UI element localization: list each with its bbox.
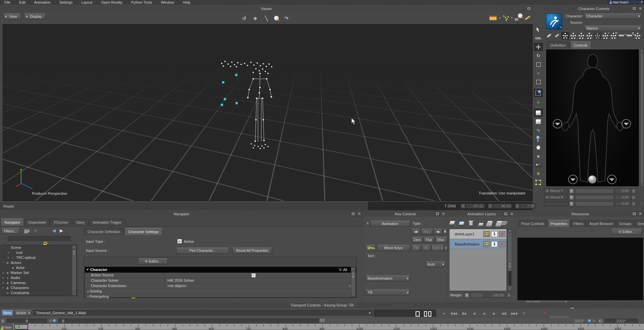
add-layer-icon[interactable]: + [449, 220, 456, 226]
spline-icon[interactable]: ∿ [534, 126, 543, 134]
property-value[interactable] [165, 289, 356, 294]
light-create-icon[interactable]: ☀ [534, 170, 543, 178]
source-select[interactable]: Stance [584, 25, 641, 31]
single-pane-icon[interactable] [416, 311, 420, 317]
ik-blend-slider[interactable] [575, 188, 614, 194]
menu-item[interactable]: Animation [30, 0, 55, 4]
tree-item[interactable]: + Audio [1, 275, 77, 280]
skeleton-character[interactable] [214, 54, 291, 158]
null-axis-icon[interactable]: ∗ [534, 152, 543, 160]
prev-key-button[interactable]: ▮◀ [459, 310, 469, 317]
tab[interactable]: Asset Browser [587, 220, 616, 227]
property-value[interactable]: <no object> [165, 283, 356, 288]
sync-all-button[interactable]: Sync. All [432, 245, 444, 251]
tree-expander[interactable]: + [1, 275, 5, 280]
display-menu-button[interactable]: Display [24, 13, 46, 19]
ik-blend-slider[interactable] [575, 201, 614, 206]
close-icon[interactable]: × [509, 212, 514, 216]
zoom-slider-icon[interactable] [588, 319, 591, 322]
animation-mode-button[interactable]: Animation [370, 221, 410, 227]
character-tool-icon[interactable] [561, 32, 569, 39]
property-group-header[interactable]: ▼ Character V: All [85, 267, 356, 273]
menu-item[interactable]: File [0, 0, 15, 4]
trajectory-icon[interactable] [502, 15, 509, 21]
record-button[interactable]: ● [439, 310, 449, 317]
tree-expander[interactable]: + [1, 285, 5, 290]
tree-item[interactable]: + root [1, 250, 77, 255]
step-right-icon[interactable]: ▷ [593, 319, 595, 322]
playhead-box[interactable]: 0 [14, 324, 28, 330]
filters-button[interactable]: Filters... [1, 228, 19, 234]
character-tool-icon[interactable] [570, 32, 577, 39]
story-button[interactable]: Story [1, 310, 13, 316]
menu-item[interactable]: Help [178, 0, 195, 4]
character-tool-icon[interactable] [634, 32, 641, 39]
ik-blend-value[interactable]: 0.00 [615, 188, 630, 194]
layer-mute-icon[interactable] [499, 231, 505, 237]
tree-expander[interactable]: + [6, 255, 10, 260]
select-cursor-icon[interactable] [534, 25, 543, 34]
stack-icon[interactable] [487, 220, 494, 226]
resources-editor-button[interactable]: ⚙ Editor... [611, 229, 642, 235]
zoom-slider-icon[interactable] [53, 319, 56, 322]
dock-icon[interactable] [632, 212, 637, 216]
tab[interactable]: Groups [616, 220, 634, 227]
selection-rect-icon[interactable] [534, 178, 543, 186]
property-value[interactable]: HIK 2016 Solver [165, 278, 356, 283]
zero-button[interactable]: Zero [412, 237, 423, 243]
end-frame-field[interactable]: 2002* [604, 319, 638, 323]
keying-group-select[interactable]: TR [366, 289, 410, 295]
ik-blend-value[interactable]: 0.00 [615, 201, 630, 206]
tree-expander[interactable]: + [6, 250, 10, 255]
character-body-view[interactable] [546, 49, 639, 187]
close-icon[interactable]: × [357, 212, 362, 216]
tree-expander[interactable]: + [1, 280, 5, 285]
tree-item[interactable]: − Scene [1, 245, 77, 250]
property-editor-button[interactable]: ⚙ Editor... [138, 258, 168, 264]
layer-row[interactable]: AnimLayer1 1 [449, 229, 506, 239]
scroll-down-icon[interactable]: ▼ [640, 201, 644, 206]
z-value[interactable]: 7.19 [520, 204, 536, 209]
menu-item[interactable]: Open Reality [97, 0, 127, 4]
weight-animate-button[interactable]: A [506, 293, 511, 298]
dock-icon[interactable] [503, 212, 508, 216]
dual-pane-icon[interactable] [424, 311, 427, 317]
property-value[interactable] [165, 273, 356, 278]
solid-cube-icon[interactable] [534, 109, 543, 117]
ik-blend-value[interactable]: 0.00 [615, 195, 630, 200]
tree-expander[interactable]: − [1, 260, 5, 265]
step-left-icon[interactable]: ◁ [49, 319, 51, 322]
menu-item[interactable]: Layout [77, 0, 97, 4]
go-start-button[interactable]: ▮◀◀ [449, 310, 459, 317]
rotate-tool-icon[interactable]: ↻ [534, 52, 543, 60]
dock-icon[interactable] [632, 6, 637, 11]
tab[interactable]: Character Settings [124, 228, 162, 235]
character-tool-icon[interactable] [594, 32, 601, 39]
tab[interactable]: Sets [635, 220, 644, 227]
disc-button[interactable]: Disc. [435, 237, 447, 243]
tree-expander[interactable]: − [1, 245, 5, 250]
tab[interactable]: Properties [548, 220, 570, 227]
axes-tool-icon[interactable] [534, 78, 543, 86]
property-row[interactable]: Active Source [85, 273, 356, 278]
animate-toggle-button[interactable]: A [631, 195, 636, 200]
loop-button[interactable]: ↻ [519, 310, 529, 317]
character-tool-icon[interactable] [545, 32, 553, 39]
stop-button[interactable]: ■ [479, 310, 489, 317]
tree-item[interactable]: − Actors [1, 260, 77, 265]
tab[interactable]: Story [72, 219, 89, 226]
prev-key-button[interactable]: ◀● [412, 229, 420, 235]
plot-character-button[interactable]: Plot Character... [176, 248, 229, 254]
tab[interactable]: FCurves [50, 219, 72, 226]
tree-item[interactable]: + Marker Set [1, 270, 77, 275]
back-arrow-icon[interactable]: ◀ [52, 228, 56, 233]
translate-tool-icon[interactable] [534, 43, 543, 51]
body-view-scrollbar[interactable]: ▲ ▼ [640, 49, 644, 187]
y-value[interactable]: 96.63 [493, 204, 512, 209]
arc-undo-icon[interactable]: ↷ [282, 15, 290, 21]
x-value[interactable]: -87.21 [466, 204, 485, 209]
step-back-button[interactable]: ◀ [469, 310, 479, 317]
character-tool-icon[interactable] [578, 32, 585, 39]
forward-arrow-icon[interactable]: ▶ [60, 228, 63, 233]
tab[interactable]: Controls [570, 42, 591, 49]
